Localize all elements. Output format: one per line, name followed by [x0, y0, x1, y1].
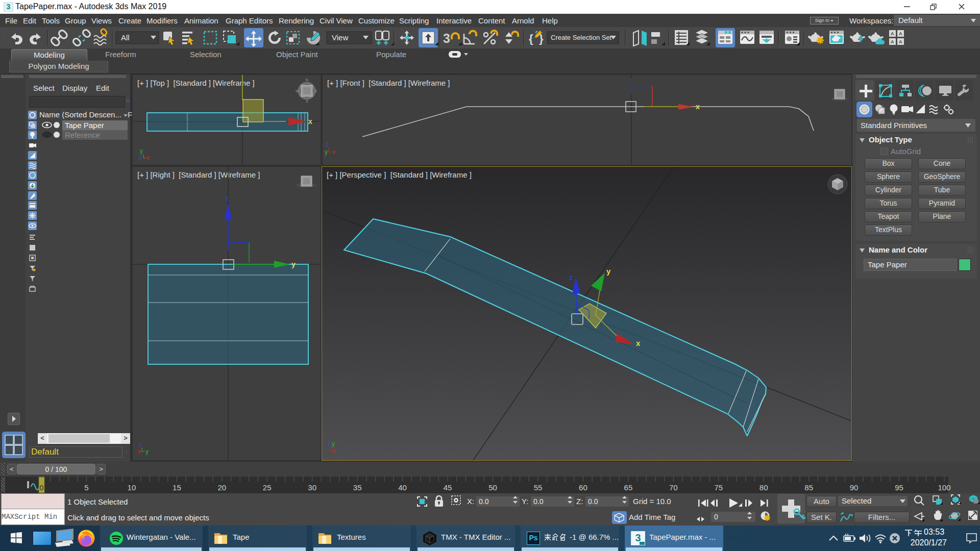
svg-text:x: x [308, 117, 312, 126]
svg-text:90: 90 [850, 483, 859, 492]
svg-text:A: A [899, 39, 902, 44]
svg-text:100: 100 [938, 483, 950, 492]
svg-text:15: 15 [173, 483, 181, 492]
svg-text:45: 45 [444, 483, 452, 492]
svg-text:3: 3 [635, 532, 641, 543]
svg-text:x: x [696, 103, 700, 111]
svg-text:A: A [899, 31, 902, 36]
svg-text:z: z [569, 273, 573, 282]
svg-text:x: x [332, 148, 335, 156]
svg-text:y: y [291, 260, 296, 268]
svg-text:65: 65 [624, 483, 633, 492]
svg-text:25: 25 [263, 483, 272, 492]
svg-text:z: z [139, 441, 142, 448]
svg-text:0: 0 [40, 484, 44, 492]
svg-text:35: 35 [353, 483, 362, 492]
svg-text:z: z [328, 440, 331, 447]
svg-text:x: x [138, 448, 141, 455]
svg-text:x: x [146, 154, 150, 161]
svg-text:95: 95 [895, 483, 903, 492]
svg-text:3: 3 [7, 3, 11, 11]
svg-text:60: 60 [579, 483, 587, 492]
svg-text:3: 3 [443, 31, 450, 45]
svg-text:85: 85 [804, 483, 813, 492]
svg-text:y: y [325, 148, 328, 156]
svg-text:20: 20 [217, 483, 226, 492]
svg-text:z: z [226, 194, 229, 202]
svg-text:S: S [306, 99, 308, 103]
svg-text:y: y [332, 440, 335, 447]
svg-text:View: View [332, 33, 348, 42]
svg-text:y: y [140, 147, 143, 155]
svg-text:N: N [306, 78, 308, 82]
svg-text:{: { [529, 32, 533, 45]
svg-text:75: 75 [714, 483, 723, 492]
svg-text:W: W [296, 89, 299, 93]
svg-text:Create Selection Set: Create Selection Set [551, 34, 612, 41]
svg-text:A: A [891, 39, 894, 44]
svg-text:5: 5 [84, 483, 88, 492]
svg-text:x: x [332, 447, 335, 455]
svg-text:50: 50 [488, 483, 497, 492]
svg-text:55: 55 [534, 483, 543, 492]
svg-text:A: A [891, 31, 894, 36]
svg-text:30: 30 [308, 483, 316, 492]
svg-text:z: z [139, 154, 142, 161]
svg-text:y: y [145, 448, 149, 455]
svg-text:40: 40 [398, 483, 407, 492]
svg-text:E: E [315, 89, 317, 93]
svg-text:z: z [326, 141, 329, 148]
svg-text:70: 70 [669, 483, 678, 492]
svg-text:80: 80 [760, 483, 768, 492]
svg-text:x: x [636, 339, 641, 347]
svg-text:10: 10 [128, 483, 136, 492]
svg-text:All: All [121, 33, 130, 42]
svg-text:y: y [606, 267, 611, 276]
